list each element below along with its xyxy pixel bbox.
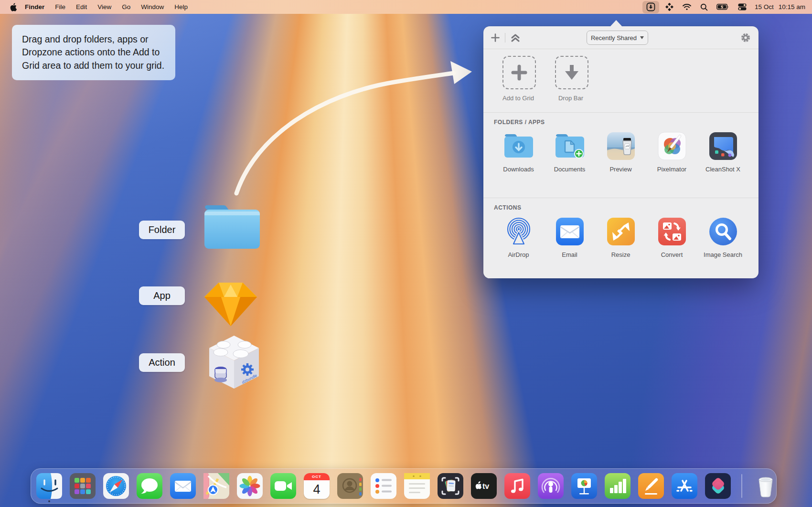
item-label: Image Search xyxy=(704,251,742,258)
dock-item-launchpad[interactable] xyxy=(70,473,96,499)
dock: OCT 4 xyxy=(31,468,777,504)
grid-item-email[interactable]: Email xyxy=(544,216,595,258)
grid-item-image-search[interactable]: Image Search xyxy=(697,216,748,258)
item-label: Email xyxy=(562,251,577,258)
dock-item-messages[interactable] xyxy=(137,473,162,499)
drop-bar-label: Drop Bar xyxy=(545,95,597,102)
item-label: Preview xyxy=(609,166,631,173)
downloads-folder-icon xyxy=(503,131,534,161)
action-label: Action xyxy=(139,353,185,372)
grid-item-pixelmator[interactable]: Pixelmator xyxy=(646,131,697,173)
menubar-date[interactable]: 15 Oct xyxy=(755,3,774,11)
menu-help[interactable]: Help xyxy=(169,3,193,11)
dock-item-maps[interactable] xyxy=(203,473,229,499)
menu-bar: Finder File Edit View Go Window Help xyxy=(0,0,812,14)
folders-apps-section: FOLDERS / APPS Downloads xyxy=(483,113,759,198)
item-label: Downloads xyxy=(503,166,534,173)
dock-item-shortcuts[interactable] xyxy=(705,473,731,499)
dropzone-popover: Recently Shared xyxy=(483,26,759,278)
spotlight-search-icon[interactable] xyxy=(698,2,710,12)
grid-item-resize[interactable]: Resize xyxy=(595,216,646,258)
add-to-grid-dropzone[interactable] xyxy=(502,56,536,89)
header-divider xyxy=(505,33,505,42)
calendar-day: 4 xyxy=(304,480,330,499)
dock-item-safari[interactable] xyxy=(103,473,129,499)
plus-icon xyxy=(511,64,527,81)
dropzone-action-bundle-icon[interactable]: dzbundle xyxy=(205,334,263,391)
menu-go[interactable]: Go xyxy=(117,3,136,11)
resize-icon xyxy=(606,216,636,247)
item-label: Pixelmator xyxy=(657,166,686,173)
add-to-grid-label: Add to Grid xyxy=(492,95,545,102)
sketch-diamond-icon[interactable] xyxy=(201,280,261,327)
dock-separator xyxy=(741,474,742,498)
grid-item-cleanshot[interactable]: CleanShot X xyxy=(697,131,748,173)
item-label: Resize xyxy=(611,251,630,258)
drop-bar-dropzone[interactable] xyxy=(555,56,588,89)
convert-icon xyxy=(657,216,687,247)
menu-file[interactable]: File xyxy=(50,3,71,11)
dropzone-menu-icon[interactable] xyxy=(642,1,659,13)
menubar-clock[interactable]: 10:15 am xyxy=(779,3,805,11)
email-icon xyxy=(555,216,585,247)
settings-gear-icon[interactable] xyxy=(740,32,751,43)
dock-item-podcasts[interactable] xyxy=(538,473,564,499)
onboarding-tooltip: Drag and drop folders, apps or Dropzone … xyxy=(12,25,175,80)
dock-item-reminders[interactable] xyxy=(371,473,396,499)
menu-app-name[interactable]: Finder xyxy=(20,3,50,11)
actions-title: ACTIONS xyxy=(483,198,759,211)
dock-item-contacts[interactable] xyxy=(337,473,363,499)
dropdown-label: Recently Shared xyxy=(591,34,637,42)
dock-item-photos[interactable] xyxy=(237,473,263,499)
wifi-icon[interactable] xyxy=(680,2,694,12)
actions-section: ACTIONS xyxy=(483,198,759,279)
image-search-icon xyxy=(708,216,738,247)
item-label: AirDrop xyxy=(508,251,529,258)
menu-view[interactable]: View xyxy=(92,3,117,11)
collapse-chevrons-icon[interactable] xyxy=(511,33,520,42)
battery-charging-icon[interactable] xyxy=(714,2,732,12)
add-icon[interactable] xyxy=(491,33,500,42)
control-center-icon[interactable] xyxy=(736,2,749,12)
apple-menu-icon[interactable] xyxy=(10,3,17,11)
menu-edit[interactable]: Edit xyxy=(71,3,92,11)
dock-item-pages[interactable] xyxy=(638,473,664,499)
dock-item-facetime[interactable] xyxy=(270,473,296,499)
folder-label: Folder xyxy=(139,221,185,239)
item-label: Documents xyxy=(554,166,586,173)
desktop-screen: Finder File Edit View Go Window Help xyxy=(0,0,812,507)
dock-item-app-store[interactable] xyxy=(672,473,697,499)
drop-targets-row: Add to Grid Drop Bar xyxy=(483,49,759,113)
grid-item-documents[interactable]: Documents xyxy=(544,131,595,173)
dock-item-music[interactable] xyxy=(504,473,530,499)
dock-item-keynote[interactable] xyxy=(571,473,597,499)
grid-item-preview[interactable]: Preview xyxy=(595,131,646,173)
dock-item-apple-tv[interactable]: tv xyxy=(471,473,497,499)
dock-item-trash[interactable] xyxy=(753,473,779,499)
calendar-month: OCT xyxy=(304,473,330,480)
grid-item-airdrop[interactable]: AirDrop xyxy=(493,216,544,258)
item-label: Convert xyxy=(661,251,683,258)
cleanshot-app-icon xyxy=(708,131,738,161)
dock-item-calendar[interactable]: OCT 4 xyxy=(304,473,330,499)
dock-item-notes[interactable] xyxy=(404,473,430,499)
documents-folder-icon xyxy=(554,131,586,161)
app-label: App xyxy=(139,286,185,305)
arrow-down-icon xyxy=(564,64,580,81)
diamond-grid-icon[interactable] xyxy=(663,2,676,12)
recently-shared-dropdown[interactable]: Recently Shared xyxy=(587,31,648,45)
dock-item-card-scanner[interactable] xyxy=(438,473,463,499)
svg-text:tv: tv xyxy=(482,482,489,490)
popover-header: Recently Shared xyxy=(483,26,759,49)
grid-item-convert[interactable]: Convert xyxy=(646,216,697,258)
dock-item-finder[interactable] xyxy=(36,473,62,499)
dock-item-numbers[interactable] xyxy=(605,473,630,499)
dock-item-mail[interactable] xyxy=(170,473,196,499)
item-label: CleanShot X xyxy=(705,166,740,173)
menu-window[interactable]: Window xyxy=(136,3,169,11)
blue-folder-icon[interactable] xyxy=(202,204,262,251)
grid-item-downloads[interactable]: Downloads xyxy=(493,131,544,173)
chevron-down-icon xyxy=(640,36,644,39)
preview-app-icon xyxy=(606,131,636,161)
pixelmator-app-icon xyxy=(657,131,687,161)
